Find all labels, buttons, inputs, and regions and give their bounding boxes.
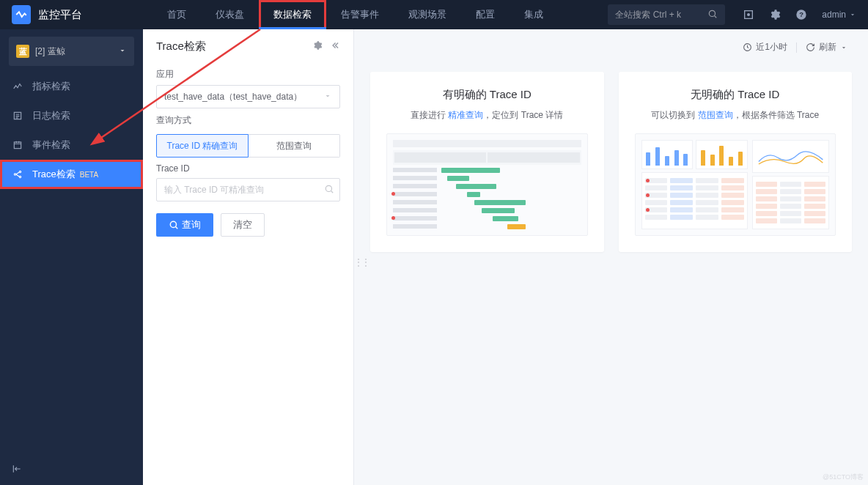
card-exact-trace: 有明确的 Trace ID 直接进行 精准查询，定位到 Trace 详情 [370,72,604,252]
nav-items: 首页 仪表盘 数据检索 告警事件 观测场景 配置 集成 [152,0,558,29]
time-range-picker[interactable]: 近1小时 [738,38,792,56]
clear-button[interactable]: 清空 [221,213,265,237]
card-title: 有明确的 Trace ID [386,88,588,102]
refresh-icon [806,42,815,52]
refresh-button[interactable]: 刷新 [801,38,852,56]
svg-point-3 [748,14,750,16]
app-select[interactable]: test_have_data（test_have_data） [156,85,340,108]
query-method-tabs: Trace ID 精确查询 范围查询 [156,134,340,158]
sidebar-item-event[interactable]: 事件检索 [0,130,143,160]
main-toolbar: 近1小时 刷新 [738,38,852,56]
svg-text:?: ? [799,11,803,18]
clock-icon [743,42,752,52]
sidebar-item-log[interactable]: 日志检索 [0,101,143,130]
traceid-label: Trace ID [156,163,340,174]
card-subtitle: 直接进行 精准查询，定位到 Trace 详情 [386,109,588,122]
traceid-input[interactable] [156,178,340,201]
chevron-down-icon [840,44,847,51]
main-content: ⋮⋮ 近1小时 刷新 有明确的 Trace ID 直接进行 精准查询，定位到 T… [354,29,868,485]
nav-dashboard[interactable]: 仪表盘 [201,0,259,29]
search-icon [169,220,179,230]
nav-home[interactable]: 首页 [152,0,201,29]
log-icon [12,110,23,122]
tab-exact-query[interactable]: Trace ID 精确查询 [156,134,249,158]
exact-query-link[interactable]: 精准查询 [448,110,483,120]
brand-text: 监控平台 [38,8,82,22]
gear-icon[interactable] [312,40,323,53]
collapse-panel-icon[interactable] [330,40,340,53]
thumb-gantt [386,133,588,236]
svg-point-12 [170,221,176,227]
range-query-link[interactable]: 范围查询 [698,110,733,120]
tab-range-query[interactable]: 范围查询 [249,134,340,158]
biz-label: [2] 蓝鲸 [35,45,65,58]
panel-title: Trace检索 [156,40,206,53]
svg-point-9 [19,171,21,172]
global-search[interactable]: 全站搜索 Ctrl + k [608,4,725,25]
sidebar-item-metric[interactable]: 指标检索 [0,72,143,101]
svg-point-11 [326,185,331,191]
query-button[interactable]: 查询 [156,213,213,237]
watermark: @51CTO博客 [823,473,864,482]
trace-icon [12,169,23,180]
metric-icon [12,81,23,92]
gear-icon[interactable] [765,4,785,25]
method-label: 查询方式 [156,114,340,127]
app-label: 应用 [156,68,340,81]
card-title: 无明确的 Trace ID [635,88,836,102]
event-icon [12,139,23,151]
svg-point-1 [710,10,716,16]
nav-alarm[interactable]: 告警事件 [326,0,394,29]
query-panel: Trace检索 应用 test_have_data（test_have_data… [143,29,354,485]
search-icon [707,9,718,21]
card-subtitle: 可以切换到 范围查询，根据条件筛选 Trace [635,109,836,122]
chevron-down-icon [323,92,332,103]
beta-badge: BETA [80,171,98,179]
nav-integration[interactable]: 集成 [510,0,558,29]
sidebar-collapse[interactable] [0,455,143,485]
top-nav: 监控平台 首页 仪表盘 数据检索 告警事件 观测场景 配置 集成 全站搜索 Ct… [0,0,868,29]
svg-point-10 [19,176,21,177]
brand[interactable]: 监控平台 [0,5,94,24]
user-menu[interactable]: admin [814,10,868,20]
thumb-dashboard [635,133,836,236]
brand-icon [12,5,31,24]
chevron-down-icon [849,11,856,18]
nav-observe[interactable]: 观测场景 [394,0,461,29]
svg-point-8 [14,174,15,175]
collapse-icon [12,464,22,474]
biz-badge: 蓝 [16,45,29,58]
chevron-down-icon [118,46,127,57]
nav-config[interactable]: 配置 [461,0,510,29]
business-selector[interactable]: 蓝 [2] 蓝鲸 [9,37,134,66]
nav-data-retrieve[interactable]: 数据检索 [259,0,326,29]
target-icon[interactable] [738,4,759,25]
svg-rect-7 [14,142,21,149]
search-placeholder-text: 全站搜索 Ctrl + k [615,9,681,21]
sidebar-item-trace[interactable]: Trace检索 BETA [0,160,143,189]
card-range-trace: 无明确的 Trace ID 可以切换到 范围查询，根据条件筛选 Trace [619,72,853,252]
search-icon [324,184,334,196]
drag-handle[interactable]: ⋮⋮ [354,257,358,267]
help-icon[interactable]: ? [791,4,812,25]
sidebar: 蓝 [2] 蓝鲸 指标检索 日志检索 事件检索 Trace检索 BETA [0,29,143,485]
